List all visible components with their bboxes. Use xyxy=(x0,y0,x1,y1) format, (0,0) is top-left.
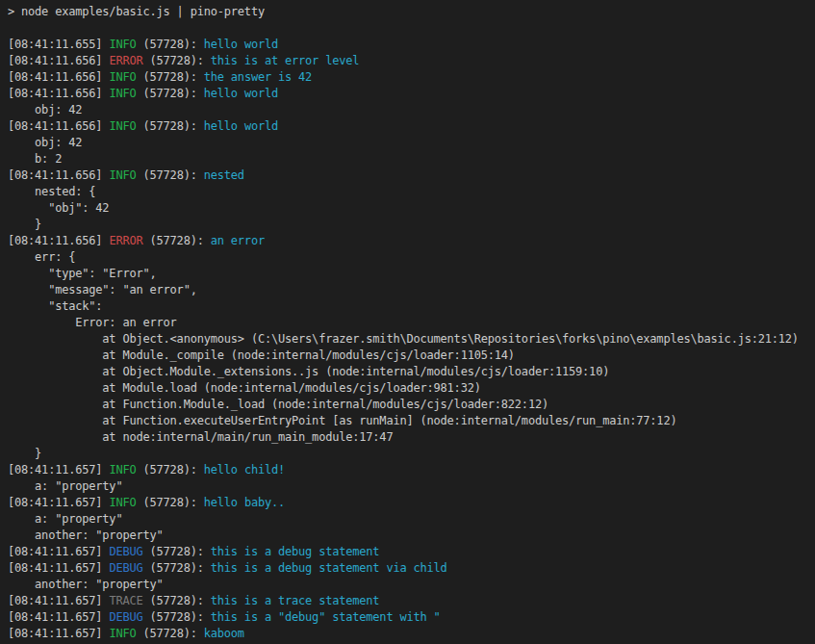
log-detail-line: at Module.load (node:internal/modules/cj… xyxy=(8,380,815,397)
log-line: [08:41:11.656] ERROR (57728): this is at… xyxy=(8,53,815,69)
log-message: this is at error level xyxy=(211,54,360,67)
log-detail-line: at Object.<anonymous> (C:\Users\frazer.s… xyxy=(8,331,815,348)
log-line: [08:41:11.657] DEBUG (57728): this is a … xyxy=(8,609,815,626)
command-prompt: > node examples/basic.js | pino-pretty xyxy=(8,4,815,20)
log-level: INFO xyxy=(109,119,136,133)
log-detail-text: another: "property" xyxy=(8,578,164,591)
log-detail-text: "obj": 42 xyxy=(8,201,109,215)
log-message: an error xyxy=(211,234,265,247)
log-detail-text: "stack": xyxy=(8,299,102,313)
log-timestamp: [08:41:11.657] xyxy=(8,545,109,558)
log-timestamp: [08:41:11.656] xyxy=(8,119,109,133)
log-message: nested xyxy=(204,168,244,182)
log-timestamp: [08:41:11.656] xyxy=(8,54,109,67)
log-detail-text: } xyxy=(8,218,41,231)
log-level: INFO xyxy=(109,70,136,84)
log-detail-line: "type": "Error", xyxy=(8,266,815,282)
log-line: [08:41:11.657] INFO (57728): hello child… xyxy=(8,462,815,478)
log-detail-text: at Function.Module._load (node:internal/… xyxy=(8,398,548,411)
log-pid: (57728): xyxy=(136,38,203,51)
log-level: INFO xyxy=(109,38,136,51)
log-line: [08:41:11.657] DEBUG (57728): this is a … xyxy=(8,560,815,577)
log-detail-text: another: "property" xyxy=(8,528,164,542)
log-timestamp: [08:41:11.655] xyxy=(8,38,109,51)
log-detail-line: a: "property" xyxy=(8,511,815,528)
log-line: [08:41:11.656] INFO (57728): hello world xyxy=(8,118,815,135)
log-line: [08:41:11.657] INFO (57728): hello baby.… xyxy=(8,495,815,511)
log-message: hello world xyxy=(204,87,278,100)
log-detail-text: b: 2 xyxy=(8,152,62,166)
log-timestamp: [08:41:11.657] xyxy=(8,610,109,624)
log-detail-text: at Module.load (node:internal/modules/cj… xyxy=(8,381,481,395)
log-line: [08:41:11.656] INFO (57728): hello world xyxy=(8,86,815,102)
log-timestamp: [08:41:11.656] xyxy=(8,70,109,84)
log-pid: (57728): xyxy=(143,545,211,558)
log-level: DEBUG xyxy=(109,561,142,575)
log-detail-line: obj: 42 xyxy=(8,102,815,118)
log-level: DEBUG xyxy=(109,610,142,624)
log-detail-line: b: 2 xyxy=(8,151,815,167)
log-detail-line: obj: 42 xyxy=(8,135,815,151)
log-detail-line: at Module._compile (node:internal/module… xyxy=(8,348,815,364)
log-detail-line: "obj": 42 xyxy=(8,200,815,217)
log-pid: (57728): xyxy=(136,496,203,509)
log-detail-text: at Object.<anonymous> (C:\Users\frazer.s… xyxy=(8,332,799,346)
log-level: TRACE xyxy=(109,594,142,607)
log-pid: (57728): xyxy=(136,627,203,640)
log-timestamp: [08:41:11.657] xyxy=(8,496,109,509)
log-line: [08:41:11.656] ERROR (57728): an error xyxy=(8,233,815,249)
log-output: [08:41:11.655] INFO (57728): hello world… xyxy=(8,37,815,642)
log-level: INFO xyxy=(109,168,136,182)
log-message: the answer is 42 xyxy=(204,70,312,84)
log-timestamp: [08:41:11.656] xyxy=(8,87,109,100)
log-detail-text: nested: { xyxy=(8,185,95,198)
log-level: ERROR xyxy=(109,54,142,67)
log-detail-text: at Function.executeUserEntryPoint [as ru… xyxy=(8,414,676,427)
log-message: hello child! xyxy=(204,463,285,477)
log-timestamp: [08:41:11.657] xyxy=(8,627,109,640)
log-message: this is a debug statement xyxy=(211,545,380,558)
log-detail-text: Error: an error xyxy=(8,316,177,329)
log-timestamp: [08:41:11.656] xyxy=(8,234,109,247)
log-detail-text: obj: 42 xyxy=(8,136,82,149)
log-pid: (57728): xyxy=(143,54,211,67)
log-line: [08:41:11.656] INFO (57728): the answer … xyxy=(8,69,815,86)
log-detail-text: a: "property" xyxy=(8,479,122,493)
log-detail-text: obj: 42 xyxy=(8,103,82,116)
log-line: [08:41:11.655] INFO (57728): hello world xyxy=(8,37,815,53)
log-pid: (57728): xyxy=(143,610,211,624)
log-pid: (57728): xyxy=(136,70,203,84)
terminal-output[interactable]: > node examples/basic.js | pino-pretty [… xyxy=(0,0,815,644)
log-line: [08:41:11.656] INFO (57728): nested xyxy=(8,167,815,184)
log-detail-text: } xyxy=(8,447,41,460)
log-detail-text: at node:internal/main/run_main_module:17… xyxy=(8,430,393,444)
log-level: INFO xyxy=(109,87,136,100)
log-pid: (57728): xyxy=(136,168,203,182)
log-pid: (57728): xyxy=(143,234,211,247)
log-message: hello world xyxy=(204,38,278,51)
log-detail-text: a: "property" xyxy=(8,512,122,526)
log-detail-text: "message": "an error", xyxy=(8,283,197,296)
log-detail-line: "message": "an error", xyxy=(8,282,815,298)
log-timestamp: [08:41:11.657] xyxy=(8,561,109,575)
log-detail-line: "stack": xyxy=(8,298,815,315)
log-message: hello world xyxy=(204,119,278,133)
log-pid: (57728): xyxy=(136,119,203,133)
log-message: hello baby.. xyxy=(204,496,285,509)
log-line: [08:41:11.657] TRACE (57728): this is a … xyxy=(8,593,815,609)
log-pid: (57728): xyxy=(143,561,211,575)
log-detail-line: nested: { xyxy=(8,184,815,200)
log-level: INFO xyxy=(109,627,136,640)
log-message: this is a "debug" statement with " xyxy=(211,610,441,624)
log-level: INFO xyxy=(109,463,136,477)
log-timestamp: [08:41:11.657] xyxy=(8,594,109,607)
log-detail-line: } xyxy=(8,446,815,462)
log-message: kaboom xyxy=(204,627,244,640)
log-detail-text: at Object.Module._extensions..js (node:i… xyxy=(8,365,609,378)
log-message: this is a debug statement via child xyxy=(211,561,447,575)
log-detail-line: at Function.executeUserEntryPoint [as ru… xyxy=(8,413,815,429)
log-timestamp: [08:41:11.657] xyxy=(8,463,109,477)
log-detail-line: another: "property" xyxy=(8,577,815,593)
log-pid: (57728): xyxy=(143,594,211,607)
log-pid: (57728): xyxy=(136,87,203,100)
